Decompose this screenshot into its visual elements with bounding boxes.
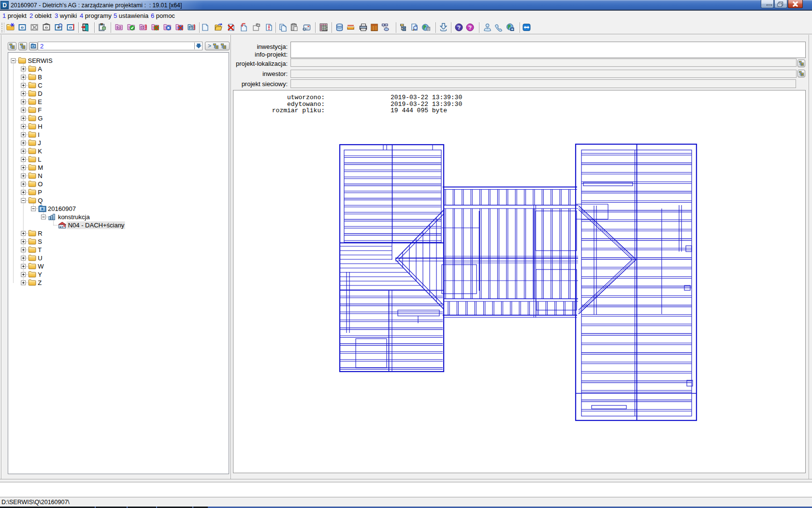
- svg-text:K: K: [38, 148, 42, 155]
- svg-text:D: D: [142, 26, 144, 29]
- svg-text:W: W: [38, 263, 44, 270]
- svg-text:J: J: [38, 139, 41, 147]
- svg-text:Y: Y: [38, 271, 42, 278]
- svg-text:H: H: [38, 123, 42, 130]
- svg-text:konstrukcja: konstrukcja: [58, 213, 90, 221]
- svg-text:Z: Z: [38, 279, 42, 286]
- svg-text:U: U: [38, 254, 42, 262]
- svg-text:Q: Q: [38, 197, 43, 204]
- svg-text:?: ?: [468, 25, 472, 30]
- svg-text:I: I: [38, 131, 40, 138]
- svg-text:D: D: [38, 90, 42, 97]
- svg-text:L: L: [38, 156, 41, 163]
- svg-text:D: D: [118, 26, 120, 29]
- svg-text:R: R: [38, 230, 42, 237]
- svg-text:N04 - DACH+ściany: N04 - DACH+ściany: [68, 222, 125, 229]
- svg-text:S: S: [38, 238, 42, 245]
- svg-text:F: F: [38, 106, 42, 114]
- svg-text:E: E: [38, 98, 42, 105]
- svg-text:G: G: [38, 115, 43, 122]
- svg-text:T: T: [38, 246, 42, 254]
- svg-text:D: D: [190, 26, 192, 30]
- svg-text:O: O: [38, 180, 43, 188]
- svg-text:D: D: [2, 2, 7, 9]
- svg-text:?: ?: [457, 25, 461, 30]
- svg-text:P: P: [38, 189, 42, 196]
- svg-text:N: N: [38, 172, 42, 179]
- svg-text:20160907: 20160907: [48, 205, 76, 212]
- svg-text:M: M: [38, 164, 43, 171]
